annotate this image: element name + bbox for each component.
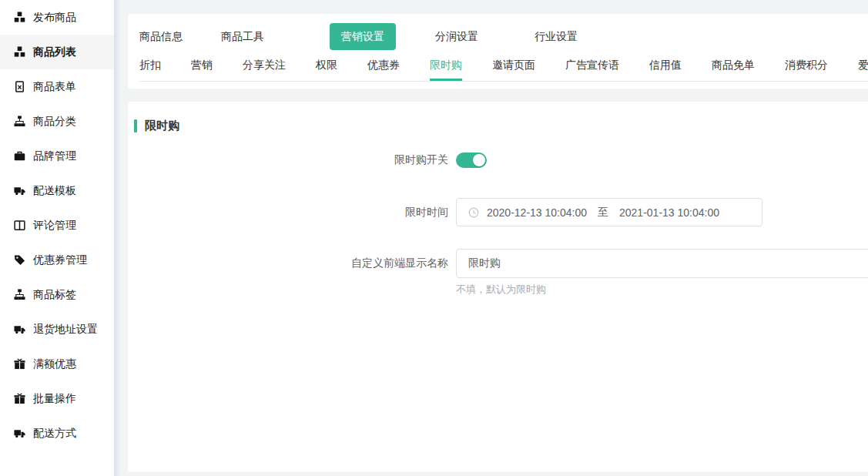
sidebar-item-brand-management[interactable]: 品牌管理 — [0, 139, 114, 173]
section-title-text: 限时购 — [145, 119, 179, 133]
flash-sale-time-row: 限时时间 2020-12-13 10:04:00 至 2021-01-13 10… — [128, 198, 868, 226]
range-separator: 至 — [598, 206, 608, 220]
sidebar-item-label: 品牌管理 — [33, 149, 76, 163]
tab-share-follow[interactable]: 分享关注 — [243, 56, 286, 81]
primary-tab-bar: 商品信息 商品工具 营销设置 分润设置 行业设置 — [139, 23, 868, 50]
sidebar-item-label: 商品标签 — [33, 288, 76, 302]
gift-icon — [14, 358, 26, 370]
sidebar-item-label: 优惠券管理 — [33, 253, 87, 267]
sidebar-scrollbar[interactable] — [114, 0, 121, 476]
sidebar-item-publish-product[interactable]: 发布商品 — [0, 0, 114, 35]
sidebar-item-label: 商品分类 — [33, 115, 76, 129]
sidebar-item-label: 商品表单 — [33, 80, 76, 94]
tab-credit-value[interactable]: 信用值 — [649, 56, 682, 81]
tab-marketing[interactable]: 营销 — [191, 56, 213, 81]
flash-sale-toggle[interactable] — [456, 153, 487, 168]
sidebar-item-coupon-management[interactable]: 优惠券管理 — [0, 243, 114, 277]
columns-icon — [14, 220, 26, 232]
secondary-tab-bar: 折扣 营销 分享关注 权限 优惠券 限时购 邀请页面 广告宣传语 信用值 商品免… — [139, 56, 868, 82]
cubes-icon — [14, 12, 26, 24]
truck-icon — [14, 185, 26, 197]
sidebar-item-product-list[interactable]: 商品列表 — [0, 35, 114, 69]
sidebar-item-label: 配送模板 — [33, 184, 76, 198]
sidebar-item-label: 退货地址设置 — [33, 323, 98, 337]
tab-invite-page[interactable]: 邀请页面 — [492, 56, 535, 81]
end-datetime: 2021-01-13 10:04:00 — [619, 206, 719, 219]
tab-marketing-settings[interactable]: 营销设置 — [330, 23, 396, 50]
sidebar-item-product-form[interactable]: 商品表单 — [0, 69, 114, 104]
sidebar-item-label: 配送方式 — [33, 427, 76, 441]
tab-ad-slogan[interactable]: 广告宣传语 — [565, 56, 619, 81]
sidebar-item-return-address-settings[interactable]: 退货地址设置 — [0, 312, 114, 347]
tab-consume-points[interactable]: 消费积分 — [785, 56, 828, 81]
tab-coupon[interactable]: 优惠券 — [367, 56, 400, 81]
sidebar: 发布商品 商品列表 商品表单 商品分类 品牌管理 配送模板 评论管理 优惠券管理… — [0, 0, 114, 476]
truck-icon — [14, 427, 26, 440]
sidebar-item-delivery-template[interactable]: 配送模板 — [0, 173, 114, 208]
sidebar-item-label: 批量操作 — [33, 392, 76, 406]
switch-label: 限时购开关 — [128, 153, 456, 167]
start-datetime: 2020-12-13 10:04:00 — [487, 206, 587, 219]
time-label: 限时时间 — [128, 206, 456, 220]
file-excel-icon — [14, 81, 26, 93]
section-title: 限时购 — [128, 119, 868, 133]
sitemap-icon — [14, 289, 26, 301]
gift-icon — [14, 393, 26, 405]
tab-industry-settings[interactable]: 行业设置 — [535, 23, 578, 50]
flash-sale-panel: 限时购 限时购开关 限时时间 2020-12-13 10:04:00 至 202… — [128, 102, 868, 472]
tab-discount[interactable]: 折扣 — [139, 56, 161, 81]
display-name-row: 自定义前端显示名称 — [128, 249, 868, 278]
tab-flash-sale[interactable]: 限时购 — [430, 56, 462, 81]
cubes-icon — [14, 46, 26, 59]
tabs-card: 商品信息 商品工具 营销设置 分润设置 行业设置 折扣 营销 分享关注 权限 优… — [128, 14, 868, 89]
tab-clipped[interactable]: 爱 — [858, 56, 868, 81]
clock-icon — [468, 207, 479, 218]
truck-icon — [14, 323, 26, 336]
display-name-label: 自定义前端显示名称 — [128, 256, 456, 270]
tag-icon — [14, 254, 26, 266]
tab-permissions[interactable]: 权限 — [316, 56, 337, 81]
display-name-hint: 不填，默认为限时购 — [456, 283, 868, 297]
sidebar-item-comment-management[interactable]: 评论管理 — [0, 208, 114, 243]
title-accent-bar — [134, 119, 137, 132]
sidebar-item-label: 商品列表 — [33, 45, 76, 59]
tab-free-order[interactable]: 商品免单 — [712, 56, 755, 81]
sidebar-item-full-amount-discount[interactable]: 满额优惠 — [0, 347, 114, 381]
main-area: 商品信息 商品工具 营销设置 分润设置 行业设置 折扣 营销 分享关注 权限 优… — [120, 0, 868, 476]
sitemap-icon — [14, 116, 26, 128]
sidebar-item-label: 发布商品 — [33, 11, 76, 25]
sidebar-item-batch-operations[interactable]: 批量操作 — [0, 381, 114, 416]
sidebar-item-label: 评论管理 — [33, 219, 76, 233]
sidebar-item-product-tags[interactable]: 商品标签 — [0, 277, 114, 312]
tab-product-tools[interactable]: 商品工具 — [221, 23, 264, 50]
sidebar-item-label: 满额优惠 — [33, 357, 76, 371]
flash-sale-switch-row: 限时购开关 — [128, 152, 868, 169]
sidebar-item-product-category[interactable]: 商品分类 — [0, 104, 114, 139]
toggle-knob — [473, 154, 485, 166]
display-name-input[interactable] — [456, 249, 868, 278]
tab-profit-settings[interactable]: 分润设置 — [435, 23, 478, 50]
sidebar-item-delivery-method[interactable]: 配送方式 — [0, 416, 114, 451]
date-range-input[interactable]: 2020-12-13 10:04:00 至 2021-01-13 10:04:0… — [456, 198, 762, 226]
tab-product-info[interactable]: 商品信息 — [139, 23, 183, 50]
briefcase-icon — [14, 150, 26, 163]
